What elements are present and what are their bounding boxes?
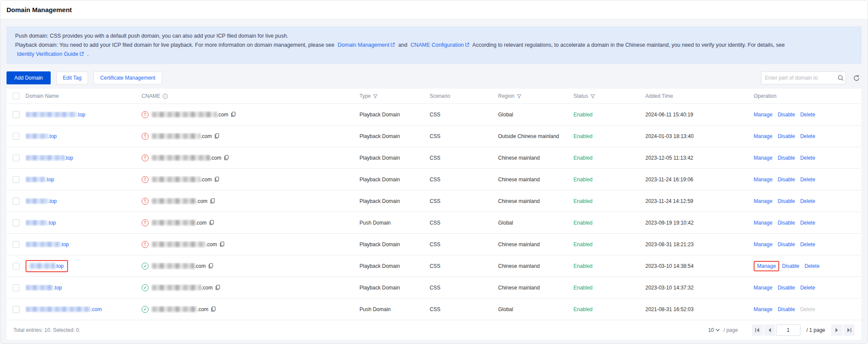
row-checkbox[interactable] [13,176,19,183]
disable-link[interactable]: Disable [777,306,795,312]
copy-icon[interactable] [214,133,220,139]
delete-link[interactable]: Delete [800,177,815,183]
first-page-button[interactable] [752,325,763,336]
info-icon[interactable] [162,93,168,99]
region-cell: Chinese mainland [498,285,573,291]
identity-verification-guide-link[interactable]: Identity Verification Guide [17,51,84,57]
domain-link[interactable]: .top [26,198,57,204]
filter-icon[interactable] [590,94,595,99]
copy-icon[interactable] [211,306,216,312]
status-cell: Enabled [573,177,645,183]
row-checkbox[interactable] [13,306,19,313]
copy-icon[interactable] [209,220,214,225]
cname-warning-icon: ! [142,133,149,140]
manage-link[interactable]: Manage [754,177,772,183]
row-checkbox[interactable] [13,263,19,270]
cname-warning-icon: ! [142,176,149,183]
delete-link[interactable]: Delete [800,241,815,248]
disable-link[interactable]: Disable [777,241,795,248]
row-checkbox-cell [6,219,26,226]
copy-icon[interactable] [224,155,229,161]
search-icon[interactable] [836,72,845,84]
row-checkbox[interactable] [13,133,19,140]
domain-link[interactable]: .top [26,112,85,118]
row-checkbox[interactable] [13,219,19,226]
copy-icon[interactable] [214,177,220,182]
added-time-cell: 2023-11-24 14:12:59 [645,198,754,204]
row-checkbox-cell [6,154,26,161]
page-size-select[interactable]: 10 [708,327,720,333]
redacted-domain [30,263,55,269]
status-badge: Enabled [573,306,593,312]
row-checkbox[interactable] [13,241,19,248]
domain-link[interactable]: .top [26,155,73,161]
toolbar-right [761,71,862,84]
manage-link[interactable]: Manage [754,112,772,118]
manage-link[interactable]: Manage [754,241,772,248]
search-input[interactable] [761,72,836,84]
domain-management-link[interactable]: Domain Management [337,42,395,48]
delete-link[interactable]: Delete [800,198,815,204]
copy-icon[interactable] [208,263,214,269]
redacted-cname [152,263,194,269]
domain-table: Domain Name CNAME Type Scenario Region S… [6,89,862,340]
row-checkbox[interactable] [13,154,19,161]
domain-link[interactable]: .top [26,285,62,291]
current-page-box[interactable]: 1 [776,325,800,336]
domain-link[interactable]: .top [26,177,54,183]
disable-link[interactable]: Disable [777,198,795,204]
certificate-management-button[interactable]: Certificate Management [94,71,162,84]
copy-icon[interactable] [231,112,236,117]
edit-tag-button[interactable]: Edit Tag [56,71,88,84]
row-checkbox-cell [6,263,26,270]
add-domain-button[interactable]: Add Domain [6,71,51,84]
disable-link[interactable]: Disable [777,133,795,139]
domain-link[interactable]: .com [26,306,102,312]
prev-page-button[interactable] [764,325,775,336]
disable-link[interactable]: Disable [777,220,795,226]
operation-cell: ManageDisableDelete [754,155,858,161]
domain-link[interactable]: .top [30,263,64,269]
row-checkbox[interactable] [13,284,19,291]
manage-link[interactable]: Manage [754,220,772,226]
delete-link[interactable]: Delete [800,220,815,226]
refresh-icon[interactable] [851,73,862,83]
delete-link[interactable]: Delete [800,112,815,118]
manage-link[interactable]: Manage [757,263,776,269]
manage-link[interactable]: Manage [754,155,772,161]
cname-configuration-link[interactable]: CNAME Configuration [411,42,470,48]
filter-icon[interactable] [373,94,378,99]
copy-icon[interactable] [215,285,220,290]
select-all-checkbox[interactable] [13,93,19,100]
filter-icon[interactable] [517,94,521,99]
table-row: .top✓.comPlayback DomainCSSChinese mainl… [6,276,862,298]
domain-link[interactable]: .top [26,220,56,226]
domain-suffix: .com [91,306,102,312]
red-highlight-box: .top [26,260,68,272]
next-page-button[interactable] [831,325,842,336]
delete-link[interactable]: Delete [804,263,819,269]
copy-icon[interactable] [220,241,225,247]
delete-link[interactable]: Delete [800,285,815,291]
delete-link[interactable]: Delete [800,133,815,139]
manage-link[interactable]: Manage [754,285,772,291]
manage-link[interactable]: Manage [754,198,772,204]
disable-link[interactable]: Disable [777,285,795,291]
disable-link[interactable]: Disable [782,263,799,269]
domain-link[interactable]: .top [26,241,69,248]
table-row: .com✓.comPush DomainCSSGlobalEnabled2021… [6,298,862,320]
disable-link[interactable]: Disable [777,177,795,183]
cname-suffix: .com [196,198,207,204]
last-page-button[interactable] [843,325,855,336]
manage-link[interactable]: Manage [754,133,772,139]
region-cell: Global [498,112,573,118]
disable-link[interactable]: Disable [777,112,795,118]
delete-link[interactable]: Delete [800,155,815,161]
added-time-cell: 2023-12-05 11:13:42 [645,155,754,161]
disable-link[interactable]: Disable [777,155,795,161]
row-checkbox[interactable] [13,198,19,205]
manage-link[interactable]: Manage [754,306,772,312]
copy-icon[interactable] [210,198,215,204]
domain-link[interactable]: .top [26,133,57,139]
row-checkbox[interactable] [13,111,19,118]
